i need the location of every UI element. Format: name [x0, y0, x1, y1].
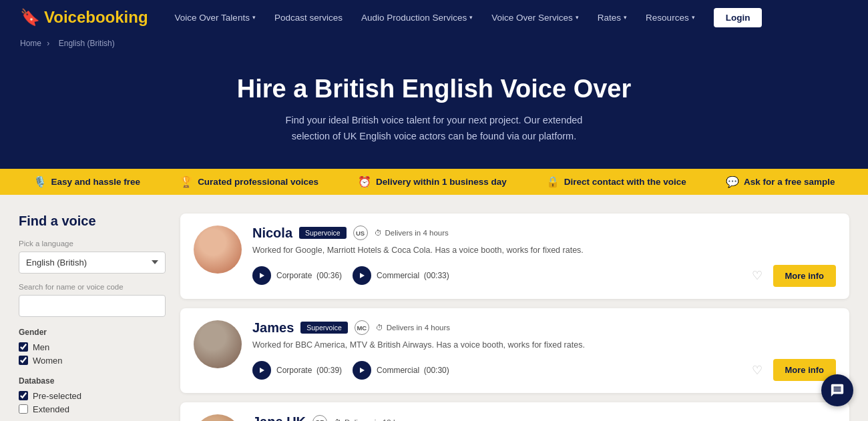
gender-women-checkbox[interactable]: Women — [19, 356, 166, 366]
database-preselected-label: Pre-selected — [33, 391, 81, 401]
database-extended-label: Extended — [33, 404, 69, 414]
card-body-james: James Supervoice MC ⏱ Delivers in 4 hour… — [252, 320, 836, 382]
breadcrumb-home[interactable]: Home — [20, 39, 41, 48]
feature-direct-label: Direct contact with the voice — [564, 177, 686, 187]
delivers-james: ⏱ Delivers in 4 hours — [376, 324, 450, 332]
language-select[interactable]: English (British) — [19, 252, 166, 274]
nav-resources[interactable]: Resources ▾ — [646, 13, 695, 23]
commercial-label-james: Commercial (00:30) — [377, 366, 449, 375]
voice-name-jane: Jane UK — [252, 414, 306, 421]
hero-description: Find your ideal British voice talent for… — [267, 113, 601, 145]
favorite-james[interactable]: ♡ — [752, 363, 763, 378]
feature-easy: 🎙️ Easy and hassle free — [33, 175, 141, 188]
clock-icon: ⏱ — [334, 418, 342, 421]
svg-marker-3 — [360, 368, 365, 373]
feature-sample-label: Ask for a free sample — [744, 177, 835, 187]
play-commercial-nicola[interactable] — [353, 266, 371, 285]
chevron-down-icon: ▾ — [624, 14, 627, 21]
card-body-jane: Jane UK GB ⏱ Delivers in 12 hours Worked… — [252, 414, 836, 421]
voice-card-nicola: Nicola Supervoice US ⏱ Delivers in 4 hou… — [180, 214, 849, 299]
nav-podcast-services[interactable]: Podcast services — [274, 13, 343, 23]
clock-icon: ⏱ — [376, 324, 384, 332]
supervoice-badge-nicola: Supervoice — [299, 227, 347, 239]
corporate-label-nicola: Corporate (00:36) — [276, 271, 342, 280]
gender-men-input[interactable] — [19, 342, 28, 352]
login-button[interactable]: Login — [714, 8, 763, 27]
gender-women-label: Women — [33, 356, 63, 366]
svg-marker-1 — [360, 273, 365, 278]
site-logo[interactable]: 🔖 Voicebooking — [20, 8, 148, 27]
database-preselected-checkbox[interactable]: Pre-selected — [19, 391, 166, 401]
lock-icon: 🔒 — [546, 175, 560, 188]
card-header-nicola: Nicola Supervoice US ⏱ Delivers in 4 hou… — [252, 226, 836, 241]
trophy-icon: 🏆 — [180, 175, 193, 188]
commercial-label-nicola: Commercial (00:33) — [377, 271, 449, 280]
card-header-james: James Supervoice MC ⏱ Delivers in 4 hour… — [252, 320, 836, 336]
voice-cards-container: Nicola Supervoice US ⏱ Delivers in 4 hou… — [180, 214, 849, 421]
card-footer-james: Corporate (00:39) Commercial (00:30) ♡ M… — [252, 359, 836, 381]
breadcrumb: Home › English (British) — [0, 35, 868, 55]
database-extended-input[interactable] — [19, 404, 28, 414]
corporate-label-james: Corporate (00:39) — [276, 366, 342, 375]
clock-icon: ⏰ — [358, 175, 371, 188]
voice-card-jane: Jane UK GB ⏱ Delivers in 12 hours Worked… — [180, 402, 849, 421]
language-label: Pick a language — [19, 240, 166, 248]
card-desc-james: Worked for BBC America, MTV & British Ai… — [252, 339, 836, 352]
nav-voice-over-talents[interactable]: Voice Over Talents ▾ — [175, 13, 256, 23]
main-content: Find a voice Pick a language English (Br… — [0, 195, 868, 421]
database-section-title: Database — [19, 376, 166, 386]
sidebar: Find a voice Pick a language English (Br… — [19, 214, 166, 421]
chat-bubble-button[interactable] — [821, 374, 853, 406]
gender-men-checkbox[interactable]: Men — [19, 342, 166, 352]
voice-name-james: James — [252, 320, 294, 336]
gender-men-label: Men — [33, 342, 49, 352]
more-info-nicola[interactable]: More info — [773, 265, 837, 287]
gender-section-title: Gender — [19, 328, 166, 337]
card-header-jane: Jane UK GB ⏱ Delivers in 12 hours — [252, 414, 836, 421]
svg-marker-2 — [260, 368, 264, 373]
chevron-down-icon: ▾ — [576, 14, 579, 21]
nav-voice-over-services[interactable]: Voice Over Services ▾ — [491, 13, 579, 23]
gender-women-input[interactable] — [19, 356, 28, 365]
feature-curated-label: Curated professional voices — [198, 177, 318, 187]
navbar: 🔖 Voicebooking Voice Over Talents ▾ Podc… — [0, 0, 868, 35]
chat-icon: 💬 — [726, 175, 739, 188]
supervoice-badge-james: Supervoice — [300, 322, 348, 334]
card-desc-nicola: Worked for Google, Marriott Hotels & Coc… — [252, 244, 836, 257]
chevron-down-icon: ▾ — [692, 14, 695, 21]
database-preselected-input[interactable] — [19, 391, 28, 400]
hero-section: Hire a British English Voice Over Find y… — [0, 55, 868, 169]
location-nicola: US — [353, 226, 368, 240]
card-body-nicola: Nicola Supervoice US ⏱ Delivers in 4 hou… — [252, 226, 836, 287]
chat-bubble-icon — [830, 383, 845, 398]
microphone-icon: 🎙️ — [33, 175, 47, 188]
sidebar-title: Find a voice — [19, 214, 166, 229]
delivers-nicola: ⏱ Delivers in 4 hours — [375, 229, 449, 237]
avatar-james — [194, 320, 242, 368]
clock-icon: ⏱ — [375, 229, 383, 237]
feature-direct: 🔒 Direct contact with the voice — [546, 175, 686, 188]
play-corporate-james[interactable] — [252, 361, 271, 380]
database-extended-checkbox[interactable]: Extended — [19, 404, 166, 414]
hero-title: Hire a British English Voice Over — [13, 75, 855, 103]
play-corporate-nicola[interactable] — [252, 266, 271, 285]
chevron-down-icon: ▾ — [252, 14, 256, 21]
delivers-jane: ⏱ Delivers in 12 hours — [334, 418, 413, 421]
nav-links: Voice Over Talents ▾ Podcast services Au… — [175, 8, 848, 27]
feature-easy-label: Easy and hassle free — [51, 177, 141, 187]
location-jane: GB — [312, 415, 327, 421]
feature-delivery: ⏰ Delivery within 1 business day — [358, 175, 507, 188]
card-footer-nicola: Corporate (00:36) Commercial (00:33) ♡ M… — [252, 265, 836, 287]
breadcrumb-separator: › — [47, 39, 49, 48]
nav-rates[interactable]: Rates ▾ — [598, 13, 627, 23]
nav-audio-production[interactable]: Audio Production Services ▾ — [361, 13, 473, 23]
search-input[interactable] — [19, 295, 166, 317]
feature-sample: 💬 Ask for a free sample — [726, 175, 835, 188]
play-commercial-james[interactable] — [353, 361, 371, 380]
avatar-jane — [194, 414, 242, 421]
avatar-nicola — [194, 226, 242, 274]
voice-card-james: James Supervoice MC ⏱ Delivers in 4 hour… — [180, 308, 849, 394]
voice-name-nicola: Nicola — [252, 226, 292, 241]
feature-delivery-label: Delivery within 1 business day — [376, 177, 507, 187]
favorite-nicola[interactable]: ♡ — [752, 268, 763, 283]
